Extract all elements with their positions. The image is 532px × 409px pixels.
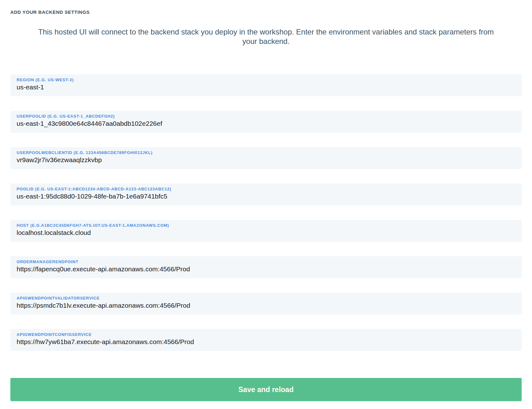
apigwendpointvalidatorservice-label: APIGWENDPOINTVALIDATORSERVICE bbox=[17, 296, 515, 300]
poolid-label: POOLID (E.G. US-EAST-1:ABCD1234-ABCD-ABC… bbox=[17, 187, 515, 191]
field-host: HOST (E.G.A1BC2C45D6FGH7-ATS.IOT.US-EAST… bbox=[10, 220, 522, 242]
apigwendpointconfigservice-label: APIGWENDPOINTCONFIGSERVICE bbox=[17, 332, 515, 337]
field-ordermanagerendpoint: ORDERMANAGERENDPOINT bbox=[10, 256, 522, 278]
host-input[interactable] bbox=[17, 229, 515, 236]
userpoolwebclientid-input[interactable] bbox=[17, 156, 515, 164]
field-poolid: POOLID (E.G. US-EAST-1:ABCD1234-ABCD-ABC… bbox=[10, 183, 522, 205]
field-region: REGION (E.G. US-WEST-2) bbox=[10, 74, 522, 96]
page-description: This hosted UI will connect to the backe… bbox=[31, 27, 501, 46]
apigwendpointvalidatorservice-input[interactable] bbox=[17, 302, 515, 309]
region-input[interactable] bbox=[17, 83, 515, 91]
field-userpoolid: USERPOOLID (E.G. US-EAST-1_ABCDEFGH2) bbox=[10, 111, 522, 133]
field-userpoolwebclientid: USERPOOLWEBCLIENTID (E.G. 123A456BCDE789… bbox=[10, 147, 522, 169]
backend-settings-form: REGION (E.G. US-WEST-2) USERPOOLID (E.G.… bbox=[10, 74, 522, 401]
ordermanagerendpoint-label: ORDERMANAGERENDPOINT bbox=[17, 259, 515, 264]
poolid-input[interactable] bbox=[17, 193, 515, 200]
userpoolwebclientid-label: USERPOOLWEBCLIENTID (E.G. 123A456BCDE789… bbox=[17, 150, 515, 155]
userpoolid-input[interactable] bbox=[17, 120, 515, 127]
region-label: REGION (E.G. US-WEST-2) bbox=[17, 77, 515, 82]
apigwendpointconfigservice-input[interactable] bbox=[17, 338, 515, 346]
ordermanagerendpoint-input[interactable] bbox=[17, 265, 515, 273]
host-label: HOST (E.G.A1BC2C45D6FGH7-ATS.IOT.US-EAST… bbox=[17, 223, 515, 228]
page-title: ADD YOUR BACKEND SETTINGS bbox=[10, 9, 522, 15]
backend-settings-page: ADD YOUR BACKEND SETTINGS This hosted UI… bbox=[0, 0, 532, 409]
userpoolid-label: USERPOOLID (E.G. US-EAST-1_ABCDEFGH2) bbox=[17, 114, 515, 119]
field-apigwendpointvalidatorservice: APIGWENDPOINTVALIDATORSERVICE bbox=[10, 293, 522, 315]
field-apigwendpointconfigservice: APIGWENDPOINTCONFIGSERVICE bbox=[10, 329, 522, 351]
save-and-reload-button[interactable]: Save and reload bbox=[10, 378, 522, 401]
